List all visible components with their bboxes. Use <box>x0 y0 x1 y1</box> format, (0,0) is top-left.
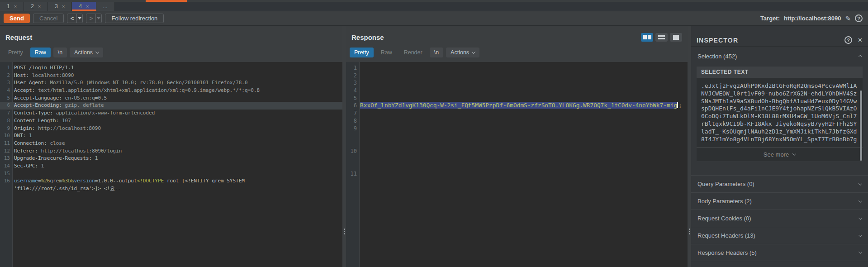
history-forward-split-button[interactable]: > <box>86 14 102 23</box>
code-segment: 1.0.0--output <box>98 178 137 184</box>
triangle-down-icon <box>97 17 100 19</box>
inspector-title: INSPECTOR <box>697 37 738 44</box>
code-segment: DNT: <box>14 133 26 138</box>
line-number: 3 <box>0 79 12 87</box>
code-segment: ; <box>678 102 682 109</box>
line-number: 2 <box>0 72 12 80</box>
inspector-section-query-parameters[interactable]: Query Parameters (0) <box>691 175 868 192</box>
code-line: username=%26grem%3b&version=1.0.0--outpu… <box>12 177 342 185</box>
inspector-section-body-parameters[interactable]: Body Parameters (2) <box>691 192 868 210</box>
code-segment: close <box>47 140 65 146</box>
line-number: 6 <box>0 102 12 110</box>
inspector-close-icon[interactable]: ✕ <box>858 37 863 43</box>
response-tab-nn[interactable]: \n <box>430 48 443 57</box>
tab-close-icon[interactable]: × <box>62 4 65 9</box>
response-tab-label: Raw <box>381 49 392 56</box>
code-line: 'file:///root/.ssh/id_rsa'>]> <!요-- <box>12 185 342 193</box>
repeater-tab-2[interactable]: 2× <box>24 2 48 11</box>
code-segment: Referer: <box>14 148 38 154</box>
selection-section-header[interactable]: Selection (452) <box>691 47 868 66</box>
forward-dropdown-arrow[interactable] <box>95 14 101 23</box>
layout-single-button[interactable] <box>670 33 682 42</box>
inspector-section-request-headers[interactable]: Request Headers (13) <box>691 227 868 244</box>
inspector-section-request-cookies[interactable]: Request Cookies (0) <box>691 210 868 227</box>
code-line <box>359 72 688 80</box>
layout-columns-button[interactable] <box>641 33 653 42</box>
request-tab-raw[interactable]: Raw <box>30 48 51 57</box>
inspector-header-icons: ? ✕ <box>844 36 863 44</box>
repeater-tab-1[interactable]: 1× <box>0 2 24 11</box>
request-tab-nn[interactable]: \n <box>53 48 67 57</box>
scrollbar-thumb[interactable] <box>860 91 862 161</box>
response-tab-raw[interactable]: Raw <box>376 48 397 57</box>
line-number: 10 <box>0 132 12 140</box>
response-tab-label: Pretty <box>354 49 369 56</box>
inspector-section-response-headers[interactable]: Response Headers (5) <box>691 244 868 261</box>
repeater-tab-strip: 1×2×3×4×... <box>0 2 868 11</box>
code-row: 8 <box>346 117 688 125</box>
follow-redirection-button[interactable]: Follow redirection <box>105 14 164 23</box>
response-tab-label: \n <box>434 49 439 56</box>
send-button[interactable]: Send <box>4 14 30 23</box>
repeater-tab-4[interactable]: 4× <box>72 2 96 11</box>
code-row: 10 <box>346 148 688 155</box>
request-tab-actions[interactable]: Actions <box>70 48 103 57</box>
chevron-down-icon <box>95 50 99 53</box>
request-response-splitter[interactable] <box>342 26 346 267</box>
code-segment: Accept-Language: <box>14 95 62 101</box>
code-segment: application/x-www-form-urlencoded <box>53 110 155 116</box>
response-tab-label: Render <box>404 49 422 56</box>
code-line <box>359 87 688 95</box>
code-row <box>346 140 688 148</box>
see-more-label: See more <box>764 151 789 158</box>
response-tab-actions[interactable]: Actions <box>446 48 479 57</box>
content-area: Request PrettyRaw\nActions 1POST /login … <box>0 26 868 267</box>
back-dropdown-arrow[interactable] <box>76 14 82 23</box>
request-title: Request <box>5 33 32 41</box>
code-segment: <!DOCTYPE <box>137 178 164 184</box>
request-tab-pretty[interactable]: Pretty <box>4 48 28 57</box>
repeater-toolbar: Send Cancel < > Follow redirection Targe… <box>0 11 868 26</box>
inspector-panel: INSPECTOR ? ✕ Selection (452) SELECTED T… <box>691 26 868 267</box>
code-line: RxxOf_lnbYZd1vgK130Qcq-W-2si_FQt5MW5PzpD… <box>359 102 688 110</box>
selected-text-line: NVJCWEOW_l0rt1vF09-nubo6ZrXG2N-ehdLYOhDH… <box>701 90 858 98</box>
chevron-right-icon[interactable]: > <box>86 14 95 23</box>
line-number: 8 <box>0 117 12 125</box>
cancel-button[interactable]: Cancel <box>33 14 64 23</box>
history-back-split-button[interactable]: < <box>67 14 83 23</box>
code-segment: Upgrade-Insecure-Requests: <box>14 155 92 161</box>
selected-text-label: SELECTED TEXT <box>697 67 863 78</box>
tab-close-icon[interactable]: × <box>38 4 41 9</box>
edit-target-icon[interactable]: ✎ <box>845 14 851 23</box>
code-line <box>359 79 688 87</box>
chevron-left-icon[interactable]: < <box>67 14 76 23</box>
response-editor[interactable]: 123456RxxOf_lnbYZd1vgK130Qcq-W-2si_FQt5M… <box>346 62 688 267</box>
code-segment: http://localhost:8090 <box>35 125 101 131</box>
code-segment: Content-Length: <box>14 118 59 124</box>
line-number: 1 <box>0 64 12 72</box>
tab-close-icon[interactable]: × <box>14 4 17 9</box>
code-line: Referer: http://localhost:8090/login <box>12 148 342 155</box>
code-row: 3User-Agent: Mozilla/5.0 (Windows NT 10.… <box>0 79 342 87</box>
layout-rows-button[interactable] <box>655 33 668 42</box>
request-editor[interactable]: 1POST /login HTTP/1.12Host: localhost:80… <box>0 62 342 267</box>
selected-text-content[interactable]: .eJxtjzFvgzAUhP9KxdzBtGFoRgR2Qmso4PccvAW… <box>697 78 863 147</box>
response-panel: Response PrettyRawRender\nActions 123456… <box>346 26 688 267</box>
response-inspector-splitter[interactable] <box>688 26 691 267</box>
code-row: 7 <box>346 110 688 117</box>
inspector-help-icon[interactable]: ? <box>844 36 852 44</box>
repeater-tab-3[interactable]: 3× <box>48 2 72 11</box>
response-tab-render[interactable]: Render <box>399 48 427 57</box>
repeater-tab-overflow[interactable]: ... <box>96 2 115 11</box>
section-label: Request Headers (13) <box>697 232 755 239</box>
response-tab-pretty[interactable]: Pretty <box>350 48 374 57</box>
code-row: 1 <box>346 64 688 72</box>
response-tab-label: Actions <box>451 49 469 56</box>
response-title: Response <box>351 33 384 41</box>
see-more-button[interactable]: See more <box>697 147 863 161</box>
tab-close-icon[interactable]: × <box>86 4 89 9</box>
help-icon[interactable]: ? <box>855 14 863 22</box>
code-line: DNT: 1 <box>12 132 342 140</box>
code-line: Host: localhost:8090 <box>12 72 342 80</box>
line-number: 10 <box>346 148 359 155</box>
